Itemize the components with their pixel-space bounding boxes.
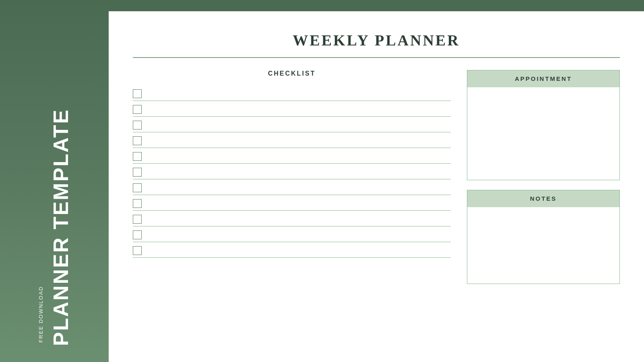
- checklist-item: [133, 242, 451, 258]
- checkbox-9[interactable]: [133, 215, 142, 224]
- sidebar-title-label: PLANNER TEMPLATE: [50, 109, 71, 346]
- content-area: CHECKLIST: [133, 70, 620, 336]
- checklist-line-11: [148, 246, 451, 255]
- notes-body[interactable]: [467, 207, 619, 284]
- checkbox-2[interactable]: [133, 105, 142, 114]
- appointment-body[interactable]: [467, 87, 619, 180]
- checklist-item: [133, 211, 451, 226]
- checklist-section-title: CHECKLIST: [133, 70, 451, 77]
- checklist-item: [133, 85, 451, 101]
- top-strip: [109, 0, 644, 11]
- checklist-line-10: [148, 230, 451, 239]
- checklist-items: [133, 85, 451, 258]
- checkbox-3[interactable]: [133, 121, 142, 130]
- checklist-item: [133, 117, 451, 132]
- checkbox-6[interactable]: [133, 168, 142, 177]
- checkbox-8[interactable]: [133, 199, 142, 208]
- checklist-line-7: [148, 183, 451, 192]
- checklist-item: [133, 226, 451, 242]
- checklist-line-9: [148, 215, 451, 224]
- checkbox-4[interactable]: [133, 136, 142, 145]
- checklist-line-4: [148, 136, 451, 145]
- sidebar-text-container: FREE DOWNLOAD PLANNER TEMPLATE: [38, 109, 71, 346]
- checklist-item: [133, 132, 451, 148]
- page-title: WEEKLY PLANNER: [133, 31, 620, 49]
- checkbox-7[interactable]: [133, 183, 142, 192]
- appointment-title: APPOINTMENT: [515, 75, 572, 82]
- checklist-item: [133, 195, 451, 211]
- appointment-box: APPOINTMENT: [467, 70, 620, 180]
- checklist-line-1: [148, 89, 451, 98]
- checklist-line-3: [148, 121, 451, 130]
- checkbox-11[interactable]: [133, 246, 142, 255]
- checklist-item: [133, 164, 451, 179]
- page-header: WEEKLY PLANNER: [133, 31, 620, 49]
- sidebar-free-download-label: FREE DOWNLOAD: [38, 286, 44, 343]
- main-paper: WEEKLY PLANNER CHECKLIST: [109, 11, 644, 362]
- notes-box: NOTES: [467, 190, 620, 284]
- checkbox-10[interactable]: [133, 230, 142, 239]
- appointment-header: APPOINTMENT: [467, 70, 619, 87]
- header-divider: [133, 57, 620, 58]
- sidebar: FREE DOWNLOAD PLANNER TEMPLATE: [0, 0, 109, 362]
- checklist-line-6: [148, 168, 451, 177]
- checklist-item: [133, 148, 451, 164]
- checklist-item: [133, 179, 451, 195]
- notes-header: NOTES: [467, 190, 619, 207]
- checklist-item: [133, 101, 451, 117]
- right-column: APPOINTMENT NOTES: [467, 70, 620, 336]
- checklist-line-5: [148, 152, 451, 161]
- checkbox-5[interactable]: [133, 152, 142, 161]
- notes-title: NOTES: [530, 195, 557, 202]
- checklist-column: CHECKLIST: [133, 70, 451, 336]
- checklist-line-8: [148, 199, 451, 208]
- checklist-line-2: [148, 105, 451, 114]
- checkbox-1[interactable]: [133, 89, 142, 98]
